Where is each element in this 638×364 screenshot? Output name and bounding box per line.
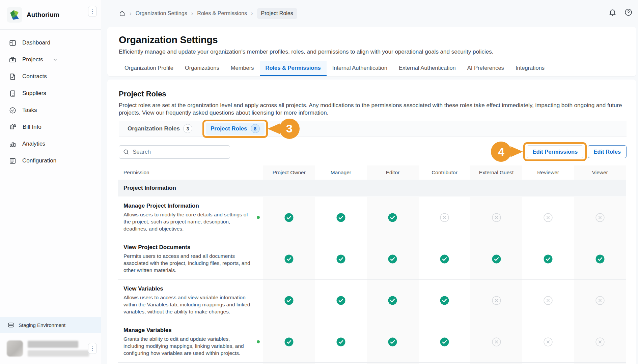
section-title: Project Roles bbox=[119, 90, 627, 98]
sidebar-item-configuration[interactable]: Configuration bbox=[0, 152, 101, 169]
permission-denied-icon bbox=[522, 321, 574, 362]
permission-granted-icon bbox=[367, 238, 419, 279]
sidebar-item-tasks[interactable]: Tasks bbox=[0, 102, 101, 119]
permission-description: Grants the ability to edit and update va… bbox=[123, 335, 251, 357]
permission-description: Allows users to modify the core details … bbox=[123, 211, 251, 232]
sidebar-item-label: Contracts bbox=[22, 73, 47, 80]
permission-granted-icon bbox=[419, 363, 471, 364]
permission-row: View Project DocumentsPermits users to a… bbox=[118, 238, 626, 280]
bar-chart-icon bbox=[9, 140, 17, 148]
permission-row: View Project MembersPermits users to see… bbox=[118, 363, 626, 364]
permission-title: Manage Variables bbox=[123, 327, 251, 334]
sidebar-item-contracts[interactable]: Contracts bbox=[0, 68, 101, 85]
main-area: › Organization Settings › Roles & Permis… bbox=[101, 0, 638, 364]
tab-roles-permissions[interactable]: Roles & Permissions bbox=[260, 61, 327, 76]
permission-granted-icon bbox=[315, 363, 367, 364]
annotation-pointer-3 bbox=[268, 123, 280, 134]
sidebar-item-label: Suppliers bbox=[22, 90, 46, 97]
home-icon[interactable] bbox=[119, 10, 126, 17]
contract-document-icon bbox=[9, 73, 17, 81]
permission-granted-icon bbox=[470, 363, 522, 364]
permission-denied-icon bbox=[419, 197, 471, 238]
edit-permissions-button[interactable]: Edit Permissions bbox=[527, 145, 583, 158]
breadcrumb-project-roles-current[interactable]: Project Roles bbox=[257, 8, 297, 19]
sidebar-item-label: Projects bbox=[22, 56, 43, 63]
tab-ai-preferences[interactable]: AI Preferences bbox=[462, 61, 510, 76]
sidebar-item-label: Dashboard bbox=[22, 39, 50, 46]
breadcrumb-separator-icon: › bbox=[251, 10, 253, 17]
page-subtitle: Efficiently manage and update your organ… bbox=[119, 49, 627, 55]
avatar bbox=[7, 340, 23, 357]
breadcrumb-organization-settings[interactable]: Organization Settings bbox=[136, 10, 187, 17]
chevron-down-icon bbox=[53, 57, 58, 62]
column-header-project-owner: Project Owner bbox=[263, 165, 315, 180]
breadcrumb: › Organization Settings › Roles & Permis… bbox=[119, 8, 297, 19]
breadcrumb-roles-permissions[interactable]: Roles & Permissions bbox=[197, 10, 247, 17]
permission-info-cell: View Project MembersPermits users to see… bbox=[118, 363, 263, 364]
notifications-bell-icon[interactable] bbox=[608, 8, 617, 18]
permission-granted-icon bbox=[315, 280, 367, 321]
user-kebab-menu-button[interactable]: ⋮ bbox=[88, 343, 97, 354]
tab-integrations[interactable]: Integrations bbox=[510, 61, 550, 76]
settings-tab-bar: Organization Profile Organizations Membe… bbox=[119, 61, 627, 76]
help-icon[interactable] bbox=[624, 8, 633, 18]
sidebar: Authorium ⋮ Dashboard Projects Contracts… bbox=[0, 0, 101, 364]
tab-external-authentication[interactable]: External Authentication bbox=[393, 61, 462, 76]
permission-description: Allows users to access and view variable… bbox=[123, 294, 251, 315]
edit-roles-button[interactable]: Edit Roles bbox=[588, 145, 627, 158]
search-input[interactable] bbox=[119, 145, 230, 159]
app-window: Authorium ⋮ Dashboard Projects Contracts… bbox=[0, 0, 638, 364]
building-icon bbox=[9, 90, 17, 97]
sidebar-item-dashboard[interactable]: Dashboard bbox=[0, 34, 101, 51]
section-description: Project roles are set at the organizatio… bbox=[119, 102, 625, 117]
permission-granted-icon bbox=[367, 197, 419, 238]
permission-info-cell: View Project DocumentsPermits users to a… bbox=[118, 238, 263, 279]
permission-denied-icon bbox=[470, 197, 522, 238]
permission-granted-icon bbox=[419, 238, 471, 279]
project-roles-card: Project Roles Project roles are set at t… bbox=[107, 80, 636, 364]
brand-name: Authorium bbox=[27, 11, 59, 19]
tab-internal-authentication[interactable]: Internal Authentication bbox=[327, 61, 393, 76]
sidebar-item-bill-info[interactable]: Bill Info bbox=[0, 119, 101, 135]
project-roles-tab[interactable]: Project Roles 8 bbox=[206, 123, 265, 135]
sidebar-item-label: Bill Info bbox=[23, 124, 41, 130]
sidebar-item-label: Analytics bbox=[22, 141, 45, 147]
enabled-indicator-dot bbox=[257, 216, 260, 219]
permissions-table: Permission Project Owner Manager Editor … bbox=[118, 165, 626, 364]
organization-roles-label: Organization Roles bbox=[128, 125, 180, 132]
brand-row: Authorium ⋮ bbox=[0, 0, 101, 30]
permission-title: View Project Documents bbox=[123, 244, 251, 251]
organization-roles-tab[interactable]: Organization Roles 3 bbox=[123, 124, 197, 133]
column-header-editor: Editor bbox=[367, 165, 419, 180]
permission-granted-icon bbox=[315, 197, 367, 238]
sidebar-item-projects[interactable]: Projects bbox=[0, 51, 101, 68]
tab-organization-profile[interactable]: Organization Profile bbox=[119, 61, 179, 76]
sidebar-kebab-menu-button[interactable]: ⋮ bbox=[88, 6, 97, 17]
briefcase-icon bbox=[9, 56, 17, 64]
permission-info-cell: Manage Project InformationAllows users t… bbox=[118, 197, 263, 238]
permission-group-header: Project Information bbox=[118, 180, 626, 196]
user-profile-row[interactable]: ⋮ bbox=[0, 333, 101, 364]
organization-roles-count-badge: 3 bbox=[183, 124, 192, 133]
bank-search-icon bbox=[9, 123, 17, 131]
permission-granted-icon bbox=[522, 363, 574, 364]
tab-members[interactable]: Members bbox=[225, 61, 260, 76]
permission-granted-icon bbox=[419, 321, 471, 362]
environment-label: Staging Environment bbox=[19, 322, 65, 328]
environment-indicator[interactable]: Staging Environment bbox=[0, 317, 101, 333]
column-header-external-guest: External Guest bbox=[470, 165, 522, 180]
permission-denied-icon bbox=[470, 280, 522, 321]
permission-description: Permits users to access and read all doc… bbox=[123, 252, 251, 274]
permission-granted-icon bbox=[263, 321, 315, 362]
permission-denied-icon bbox=[470, 321, 522, 362]
tab-organizations[interactable]: Organizations bbox=[179, 61, 225, 76]
table-header-row: Permission Project Owner Manager Editor … bbox=[118, 165, 626, 180]
table-toolbar: Edit Permissions 4 Edit Roles bbox=[119, 145, 627, 159]
annotation-step-4-badge: 4 bbox=[491, 142, 511, 162]
user-name-redacted bbox=[28, 341, 89, 357]
sidebar-item-analytics[interactable]: Analytics bbox=[0, 135, 101, 152]
search-box bbox=[119, 145, 230, 159]
sidebar-item-suppliers[interactable]: Suppliers bbox=[0, 85, 101, 102]
permission-granted-icon bbox=[367, 363, 419, 364]
column-header-manager: Manager bbox=[315, 165, 367, 180]
